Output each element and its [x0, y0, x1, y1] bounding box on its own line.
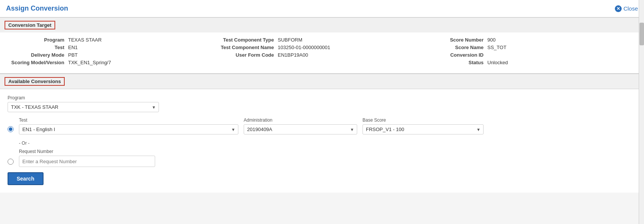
- scrollbar-thumb[interactable]: [639, 23, 644, 45]
- program-row: Program TEXAS STAAR: [8, 37, 217, 43]
- conversion-target-label: Conversion Target: [5, 21, 55, 29]
- request-number-row: Request Number: [8, 149, 636, 167]
- test-field-label: Test: [19, 117, 238, 123]
- base-score-select-wrapper: FRSOP_V1 - 100 ▼: [362, 124, 484, 134]
- program-field-label: Program: [8, 95, 636, 100]
- available-conversions-body: Program TXK - TEXAS STAAR ▼ Test EN1 - E…: [0, 89, 644, 193]
- score-name-row: Score Name SS_TOT: [427, 45, 636, 50]
- test-radio[interactable]: [8, 126, 14, 132]
- available-conversions-header: Available Conversions: [0, 74, 644, 89]
- test-component-name-label: Test Component Name: [217, 45, 278, 50]
- request-number-input[interactable]: [19, 156, 155, 167]
- administration-select-wrapper: 20190409A ▼: [244, 124, 357, 134]
- test-value: EN1: [68, 45, 78, 50]
- test-field-block: Test EN1 - English I ▼: [19, 117, 238, 134]
- administration-field-label: Administration: [244, 117, 357, 123]
- target-col-2: Test Component Type SUBFORM Test Compone…: [217, 37, 427, 67]
- program-select-wrapper: TXK - TEXAS STAAR ▼: [8, 102, 159, 112]
- base-score-field-block: Base Score FRSOP_V1 - 100 ▼: [362, 117, 484, 134]
- conversion-target-header: Conversion Target: [0, 18, 644, 32]
- request-number-field-block: Request Number: [19, 149, 155, 167]
- program-select[interactable]: TXK - TEXAS STAAR: [8, 102, 159, 112]
- request-number-label: Request Number: [19, 149, 155, 154]
- conversion-target-details: Program TEXAS STAAR Test EN1 Delivery Mo…: [0, 32, 644, 73]
- delivery-mode-value: PBT: [68, 52, 78, 58]
- test-select[interactable]: EN1 - English I: [19, 124, 238, 134]
- score-number-value: 900: [487, 37, 496, 43]
- test-component-name-value: 103250-01-0000000001: [278, 45, 330, 50]
- program-label: Program: [8, 37, 68, 43]
- score-name-label: Score Name: [427, 45, 487, 50]
- or-divider: - Or -: [8, 137, 636, 149]
- delivery-mode-row: Delivery Mode PBT: [8, 52, 217, 58]
- scoring-model-row: Scoring Model/Version TXK_EN1_Spring/7: [8, 60, 217, 65]
- test-component-type-row: Test Component Type SUBFORM: [217, 37, 427, 43]
- test-label: Test: [8, 45, 68, 50]
- administration-field-block: Administration 20190409A ▼: [244, 117, 357, 134]
- program-group: Program TXK - TEXAS STAAR ▼: [8, 95, 636, 112]
- status-value: Unlocked: [487, 60, 508, 65]
- test-row-group: Test EN1 - English I ▼ Administration 20…: [8, 117, 636, 134]
- user-form-code-value: EN1BP19A00: [278, 52, 308, 58]
- scrollbar[interactable]: [639, 0, 644, 224]
- administration-select[interactable]: 20190409A: [244, 124, 357, 134]
- page-title: Assign Conversion: [6, 5, 68, 12]
- conversion-id-row: Conversion ID: [427, 52, 636, 58]
- close-icon: ✕: [615, 5, 622, 12]
- search-button[interactable]: Search: [8, 172, 44, 185]
- base-score-field-label: Base Score: [362, 117, 484, 123]
- conversion-id-label: Conversion ID: [427, 52, 487, 58]
- program-value: TEXAS STAAR: [68, 37, 102, 43]
- score-number-row: Score Number 900: [427, 37, 636, 43]
- score-number-label: Score Number: [427, 37, 487, 43]
- user-form-code-row: User Form Code EN1BP19A00: [217, 52, 427, 58]
- test-component-name-row: Test Component Name 103250-01-0000000001: [217, 45, 427, 50]
- base-score-select[interactable]: FRSOP_V1 - 100: [362, 124, 484, 134]
- delivery-mode-label: Delivery Mode: [8, 52, 68, 58]
- request-number-radio[interactable]: [8, 159, 14, 165]
- conversion-target-section: Conversion Target Program TEXAS STAAR Te…: [0, 17, 644, 74]
- scoring-model-label: Scoring Model/Version: [8, 60, 68, 65]
- status-row: Status Unlocked: [427, 60, 636, 65]
- target-col-1: Program TEXAS STAAR Test EN1 Delivery Mo…: [8, 37, 217, 67]
- test-select-wrapper: EN1 - English I ▼: [19, 124, 238, 134]
- close-button[interactable]: ✕ Close: [615, 5, 638, 12]
- scoring-model-value: TXK_EN1_Spring/7: [68, 60, 111, 65]
- header: Assign Conversion ✕ Close: [0, 0, 644, 17]
- available-conversions-label: Available Conversions: [5, 77, 65, 86]
- status-label: Status: [427, 60, 487, 65]
- user-form-code-label: User Form Code: [217, 52, 278, 58]
- score-name-value: SS_TOT: [487, 45, 506, 50]
- available-conversions-section: Available Conversions Program TXK - TEXA…: [0, 74, 644, 193]
- test-component-type-label: Test Component Type: [217, 37, 278, 43]
- target-col-3: Score Number 900 Score Name SS_TOT Conve…: [427, 37, 636, 67]
- test-row: Test EN1: [8, 45, 217, 50]
- close-label: Close: [624, 5, 638, 12]
- test-component-type-value: SUBFORM: [278, 37, 302, 43]
